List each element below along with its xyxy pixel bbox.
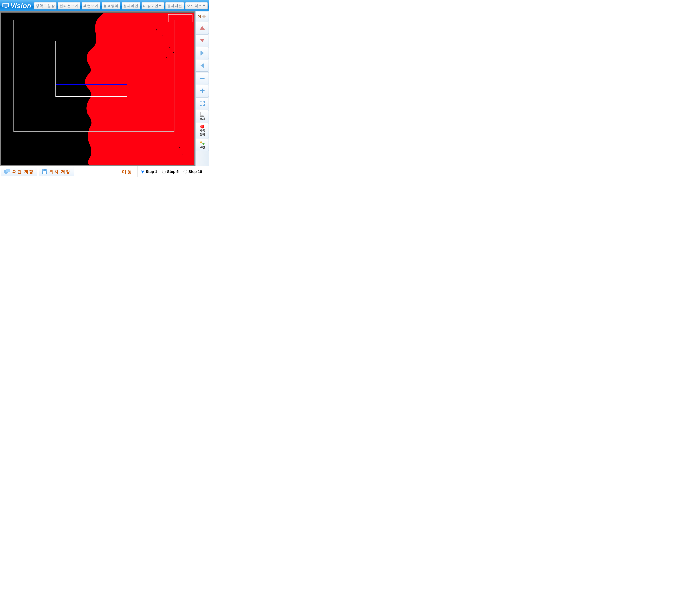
svg-rect-2 xyxy=(5,7,7,8)
move-label: 이동 xyxy=(198,14,207,19)
save-position-label: 위치 저장 xyxy=(49,169,71,174)
auto-label-1: 자동 xyxy=(200,129,205,132)
target-point-button[interactable]: 대상포인트 xyxy=(142,2,164,9)
save-position-button[interactable]: 위치 저장 xyxy=(39,167,74,176)
arrow-up-icon xyxy=(200,26,205,30)
mode-text-button[interactable]: 모드텍스트 xyxy=(185,2,208,9)
step-1-input[interactable] xyxy=(141,170,144,173)
move-down-button[interactable] xyxy=(196,34,209,46)
inspect-label: 검사 xyxy=(200,117,205,121)
step-1-label: Step 1 xyxy=(146,169,157,174)
fit-screen-button[interactable] xyxy=(196,97,209,109)
step-10-label: Step 10 xyxy=(188,169,202,174)
arrow-right-icon xyxy=(201,51,204,56)
mode-indicator: 이동 xyxy=(117,166,138,177)
result-line-lower xyxy=(56,85,127,85)
computers-icon xyxy=(4,169,10,174)
pattern-setting-label: 패턴설정 xyxy=(168,14,193,22)
save-pattern-label: 패턴 저장 xyxy=(12,169,34,174)
correction-label: 보정 xyxy=(200,145,205,149)
record-icon xyxy=(200,125,204,128)
svg-point-9 xyxy=(183,154,183,155)
plus-icon xyxy=(200,89,205,93)
svg-rect-1 xyxy=(3,4,8,7)
canvas-area: 패턴설정 xyxy=(0,11,196,166)
svg-rect-11 xyxy=(6,169,10,172)
result-pattern-button[interactable]: 결과패턴 xyxy=(165,2,184,9)
vision-canvas[interactable]: 패턴설정 xyxy=(1,12,195,165)
result-line-upper xyxy=(56,62,127,62)
center-line-view-button[interactable]: 센터선보기 xyxy=(58,2,80,9)
auto-assign-button[interactable]: 자동 할당 xyxy=(196,123,209,138)
app-title-box: Vision xyxy=(1,2,33,10)
search-area-button[interactable]: 검색영역 xyxy=(102,2,120,9)
top-toolbar: Vision 정확도향상 센터선보기 패턴보기 검색영역 결과라인 대상포인트 … xyxy=(0,0,209,11)
monitor-icon xyxy=(2,3,9,8)
result-line-center xyxy=(56,73,127,73)
step-5-radio[interactable]: Step 5 xyxy=(162,169,179,174)
app-title: Vision xyxy=(10,2,31,10)
svg-point-8 xyxy=(179,147,180,148)
zoom-in-button[interactable] xyxy=(196,85,209,97)
step-10-input[interactable] xyxy=(183,170,187,173)
pattern-rect[interactable] xyxy=(56,41,127,97)
arrow-down-icon xyxy=(200,39,205,42)
step-10-radio[interactable]: Step 10 xyxy=(183,169,202,174)
step-1-radio[interactable]: Step 1 xyxy=(141,169,157,174)
expand-icon xyxy=(200,101,205,106)
floppy-icon xyxy=(42,169,47,174)
move-up-button[interactable] xyxy=(196,22,209,34)
svg-rect-12 xyxy=(5,173,7,174)
right-sidebar: 이동 검사 자동 할당 보정 xyxy=(196,11,209,166)
step-radio-group: Step 1 Step 5 Step 10 xyxy=(138,166,209,177)
move-left-button[interactable] xyxy=(196,60,209,72)
auto-label-2: 할당 xyxy=(200,133,205,136)
move-right-button[interactable] xyxy=(196,47,209,59)
accuracy-enhance-button[interactable]: 정확도향상 xyxy=(34,2,57,9)
pattern-view-button[interactable]: 패턴보기 xyxy=(82,2,100,9)
save-pattern-button[interactable]: 패턴 저장 xyxy=(1,167,37,176)
arrow-left-icon xyxy=(201,63,204,68)
crosshair-horizontal xyxy=(1,87,194,87)
minus-icon xyxy=(200,78,205,79)
correction-button[interactable]: 보정 xyxy=(196,139,209,151)
step-5-label: Step 5 xyxy=(167,169,179,174)
result-line-button[interactable]: 결과라인 xyxy=(121,2,140,9)
move-mode-button[interactable]: 이동 xyxy=(196,12,209,21)
document-icon xyxy=(200,112,204,117)
inspect-button[interactable]: 검사 xyxy=(196,110,209,122)
step-5-input[interactable] xyxy=(162,170,166,173)
zoom-out-button[interactable] xyxy=(196,72,209,84)
bottom-bar: 패턴 저장 위치 저장 이동 Step 1 Step 5 Step 10 xyxy=(0,166,209,177)
swap-icon xyxy=(200,141,205,145)
